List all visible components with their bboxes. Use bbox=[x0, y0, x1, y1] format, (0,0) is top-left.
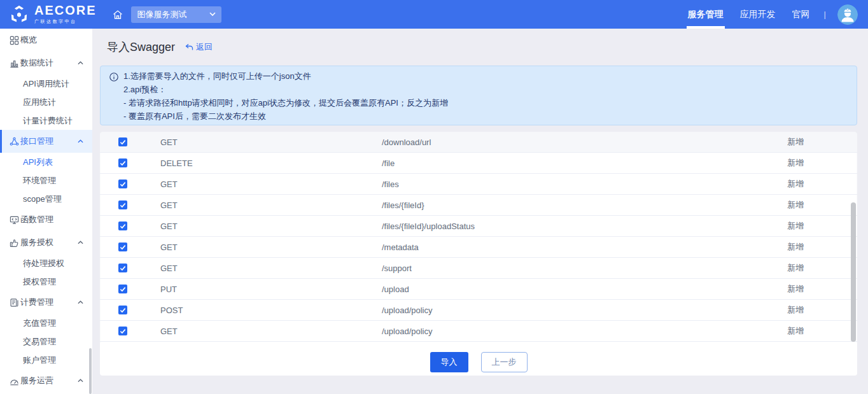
auth-icon bbox=[10, 238, 20, 248]
notice-line: - 覆盖原有API后，需要二次发布才生效 bbox=[123, 109, 448, 123]
table-row: GET/files/{fileId}新增 bbox=[100, 195, 857, 216]
row-path: /support bbox=[382, 264, 768, 273]
nav-official-site[interactable]: 官网 bbox=[792, 0, 810, 29]
row-status: 新增 bbox=[768, 304, 857, 316]
notice-box: 1.选择需要导入的文件，同时仅可上传一个json文件2.api预检：- 若请求路… bbox=[100, 66, 857, 125]
row-method: GET bbox=[160, 264, 382, 273]
row-checkbox[interactable] bbox=[118, 201, 127, 209]
sidebar-item-label: 计量计费统计 bbox=[23, 115, 83, 127]
sidebar-item-label: 函数管理 bbox=[20, 214, 83, 225]
table-row: GET/upload/policy新增 bbox=[100, 321, 857, 342]
table-card: GET/download/url新增DELETE/file新增GET/files… bbox=[100, 132, 857, 376]
action-buttons: 导入 上一步 bbox=[100, 352, 857, 372]
row-path: /upload/policy bbox=[382, 306, 768, 315]
import-button[interactable]: 导入 bbox=[430, 352, 468, 372]
row-checkbox[interactable] bbox=[118, 306, 127, 314]
sidebar-item-billing-management[interactable]: 计费管理 bbox=[0, 291, 92, 314]
sidebar-item-transaction-management[interactable]: 交易管理 bbox=[0, 332, 92, 351]
page-body: 概览数据统计API调用统计应用统计计量计费统计接口管理API列表环境管理scop… bbox=[0, 29, 868, 394]
workspace-select-value: 图像服务测试 bbox=[137, 9, 187, 20]
sidebar-item-auth-management[interactable]: 授权管理 bbox=[0, 272, 92, 291]
row-method: PUT bbox=[160, 285, 382, 294]
page-head: 导入Swagger 返回 bbox=[92, 29, 868, 66]
sidebar-item-env-management[interactable]: 环境管理 bbox=[0, 171, 92, 190]
row-method: GET bbox=[160, 222, 382, 231]
table-rows: GET/download/url新增DELETE/file新增GET/files… bbox=[100, 132, 857, 342]
back-label: 返回 bbox=[196, 41, 213, 53]
table-row: GET/metadata新增 bbox=[100, 237, 857, 258]
sidebar-item-overview[interactable]: 概览 bbox=[0, 29, 92, 52]
row-status: 新增 bbox=[768, 136, 857, 148]
row-path: /files bbox=[382, 179, 768, 189]
row-status: 新增 bbox=[768, 262, 857, 274]
sidebar-item-account-management[interactable]: 账户管理 bbox=[0, 351, 92, 369]
nav-app-development[interactable]: 应用开发 bbox=[740, 0, 776, 29]
table-row: GET/files/{fileId}/uploadStatus新增 bbox=[100, 216, 857, 237]
sidebar-item-api-management[interactable]: 接口管理 bbox=[0, 130, 92, 153]
avatar[interactable] bbox=[837, 4, 858, 25]
ops-icon bbox=[10, 376, 20, 386]
row-checkbox[interactable] bbox=[118, 243, 127, 251]
row-path: /files/{fileId}/uploadStatus bbox=[382, 222, 768, 231]
table-scrollbar[interactable] bbox=[851, 132, 856, 343]
row-status: 新增 bbox=[768, 241, 857, 253]
nav-service-management[interactable]: 服务管理 bbox=[688, 0, 724, 29]
table-scrollbar-thumb[interactable] bbox=[851, 202, 856, 342]
sidebar-item-app-stats[interactable]: 应用统计 bbox=[0, 93, 92, 111]
app-root: AECORE 广联达数字中台 图像服务测试 服务管理应用开发官网 | bbox=[0, 0, 868, 394]
notice-line: - 若请求路径和http请求相同时，对应api状态为修改，提交后会覆盖原有API… bbox=[123, 96, 448, 109]
sidebar-item-pending-auth[interactable]: 待处理授权 bbox=[0, 254, 92, 272]
workspace-select[interactable]: 图像服务测试 bbox=[131, 6, 221, 23]
logo-title: AECORE bbox=[34, 4, 97, 17]
row-path: /upload bbox=[382, 285, 768, 294]
sidebar-item-label: 数据统计 bbox=[20, 57, 78, 69]
sidebar-item-label: 授权管理 bbox=[23, 276, 83, 288]
table-row: POST/upload/policy新增 bbox=[100, 300, 857, 321]
table-row: GET/files新增 bbox=[100, 174, 857, 195]
chevron-up-icon bbox=[78, 300, 83, 304]
chevron-down-icon bbox=[209, 12, 216, 17]
logo-text: AECORE 广联达数字中台 bbox=[34, 4, 97, 25]
table-row: GET/download/url新增 bbox=[100, 132, 857, 153]
row-method: DELETE bbox=[160, 158, 382, 168]
row-status: 新增 bbox=[768, 199, 857, 211]
row-checkbox[interactable] bbox=[118, 137, 127, 146]
sidebar-item-api-call-stats[interactable]: API调用统计 bbox=[0, 74, 92, 93]
home-icon[interactable] bbox=[112, 9, 123, 20]
sidebar-item-function-management[interactable]: 函数管理 bbox=[0, 208, 92, 231]
sidebar-item-service-ops[interactable]: 服务运营 bbox=[0, 369, 92, 392]
chevron-up-icon bbox=[78, 241, 83, 244]
row-checkbox[interactable] bbox=[118, 158, 127, 167]
row-checkbox[interactable] bbox=[118, 264, 127, 272]
row-checkbox[interactable] bbox=[118, 222, 127, 230]
row-status: 新增 bbox=[768, 283, 857, 295]
notice-line: 1.选择需要导入的文件，同时仅可上传一个json文件 bbox=[123, 69, 448, 83]
sidebar-item-api-list[interactable]: API列表 bbox=[0, 153, 92, 171]
function-icon bbox=[10, 215, 20, 225]
row-checkbox[interactable] bbox=[118, 179, 127, 188]
row-status: 新增 bbox=[768, 220, 857, 232]
row-checkbox[interactable] bbox=[118, 327, 127, 335]
previous-step-button[interactable]: 上一步 bbox=[481, 352, 528, 372]
sidebar-item-metering-billing-stats[interactable]: 计量计费统计 bbox=[0, 111, 92, 130]
sidebar-item-label: 应用统计 bbox=[23, 97, 83, 108]
row-checkbox[interactable] bbox=[118, 285, 127, 293]
logo: AECORE 广联达数字中台 bbox=[9, 4, 97, 25]
sidebar-item-data-stats[interactable]: 数据统计 bbox=[0, 52, 92, 74]
row-method: GET bbox=[160, 201, 382, 210]
chevron-up-icon bbox=[78, 61, 83, 65]
back-icon bbox=[185, 43, 193, 51]
row-status: 新增 bbox=[768, 325, 857, 337]
notice-line: 2.api预检： bbox=[123, 83, 448, 96]
back-link[interactable]: 返回 bbox=[185, 41, 213, 53]
sidebar-item-scope-management[interactable]: scope管理 bbox=[0, 190, 92, 208]
row-method: GET bbox=[160, 243, 382, 252]
sidebar-item-label: 计费管理 bbox=[20, 297, 78, 308]
sidebar-item-recharge-management[interactable]: 充值管理 bbox=[0, 314, 92, 332]
top-header: AECORE 广联达数字中台 图像服务测试 服务管理应用开发官网 | bbox=[0, 0, 868, 29]
sidebar-item-service-auth[interactable]: 服务授权 bbox=[0, 231, 92, 254]
row-method: GET bbox=[160, 179, 382, 189]
sidebar-item-label: 接口管理 bbox=[20, 136, 78, 147]
page-title: 导入Swagger bbox=[107, 39, 175, 55]
sidebar-scrollbar-thumb[interactable] bbox=[89, 348, 92, 394]
